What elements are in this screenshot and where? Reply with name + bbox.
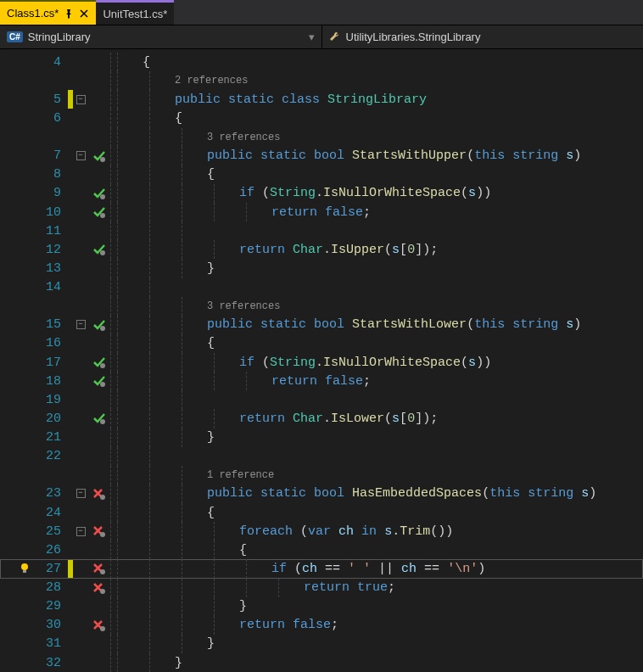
line-number: 6 — [32, 111, 68, 126]
code-content[interactable]: { — [207, 165, 215, 184]
code-line[interactable]: 32} — [0, 653, 643, 672]
code-line[interactable]: 17if (String.IsNullOrWhiteSpace(s)) — [0, 353, 643, 372]
code-line[interactable]: 11 — [0, 221, 643, 240]
code-content[interactable]: } — [207, 635, 215, 653]
code-content[interactable]: return false; — [271, 372, 371, 390]
code-line[interactable]: 13} — [0, 259, 643, 277]
code-line[interactable]: 20return Char.IsLower(s[0]); — [0, 409, 643, 428]
code-content[interactable]: public static bool HasEmbeddedSpaces(thi… — [207, 484, 596, 503]
code-line[interactable]: 25−foreach (var ch in s.Trim()) — [0, 522, 643, 540]
class-icon — [329, 31, 341, 43]
code-content[interactable]: { — [207, 334, 215, 353]
chevron-down-icon[interactable]: ▾ — [309, 31, 315, 43]
code-content[interactable]: public static class StringLibrary — [175, 90, 427, 109]
code-editor[interactable]: 4{2 references5−public static class Stri… — [0, 49, 643, 672]
tab-class1[interactable]: Class1.cs* — [0, 0, 96, 25]
code-line[interactable]: 21} — [0, 428, 643, 447]
code-content[interactable]: return Char.IsLower(s[0]); — [239, 409, 438, 428]
nav-scope-left[interactable]: C# StringLibrary ▾ — [0, 25, 322, 48]
code-line[interactable]: 27if (ch == ' ' || ch == '\n') — [0, 559, 643, 578]
code-line[interactable]: 31} — [0, 635, 643, 653]
code-content[interactable]: { — [175, 109, 182, 127]
tab-bar: Class1.cs* UnitTest1.cs* — [0, 0, 643, 25]
code-line[interactable]: 3 references — [0, 128, 643, 147]
code-line[interactable]: 8{ — [0, 165, 643, 184]
code-line[interactable]: 24{ — [0, 503, 643, 522]
code-line[interactable]: 1 reference — [0, 466, 643, 484]
svg-point-9 — [100, 532, 105, 537]
svg-point-0 — [100, 157, 105, 162]
codelens-references[interactable]: 1 reference — [207, 469, 274, 481]
code-line[interactable]: 9if (String.IsNullOrWhiteSpace(s)) — [0, 184, 643, 203]
close-icon[interactable] — [79, 8, 89, 19]
fold-toggle[interactable]: − — [76, 489, 86, 498]
code-content[interactable]: return false; — [239, 616, 338, 635]
code-content[interactable]: } — [239, 597, 247, 616]
codelens-references[interactable]: 3 references — [207, 132, 280, 143]
line-number: 16 — [32, 336, 68, 350]
code-line[interactable]: 18return false; — [0, 372, 643, 390]
code-line[interactable]: 30return false; — [0, 616, 643, 635]
code-line[interactable]: 2 references — [0, 71, 643, 90]
code-line[interactable]: 6{ — [0, 109, 643, 127]
codelens-references[interactable]: 2 references — [175, 75, 248, 87]
code-line[interactable]: 19 — [0, 390, 643, 409]
code-content[interactable]: 3 references — [207, 297, 280, 316]
line-number: 10 — [32, 205, 68, 220]
code-line[interactable]: 10return false; — [0, 203, 643, 221]
fold-toggle[interactable]: − — [76, 527, 86, 536]
code-content[interactable]: { — [143, 53, 150, 71]
code-line[interactable]: 12return Char.IsUpper(s[0]); — [0, 240, 643, 259]
fold-toggle[interactable]: − — [76, 320, 86, 329]
code-content[interactable]: return true; — [304, 579, 395, 597]
nav-scope-right[interactable]: UtilityLibraries.StringLibrary — [322, 25, 644, 48]
code-content[interactable]: 2 references — [175, 71, 248, 90]
svg-point-7 — [100, 419, 105, 424]
line-number: 9 — [32, 186, 68, 200]
code-line[interactable]: 26{ — [0, 540, 643, 559]
code-line[interactable]: 28return true; — [0, 579, 643, 597]
code-content[interactable]: } — [207, 428, 215, 447]
code-content[interactable]: { — [207, 503, 215, 522]
svg-point-8 — [100, 495, 105, 500]
code-line[interactable]: 15−public static bool StartsWithLower(th… — [0, 316, 643, 334]
codelens-references[interactable]: 3 references — [207, 300, 280, 312]
test-fail-icon — [92, 488, 106, 500]
code-content[interactable]: 3 references — [207, 128, 280, 147]
code-content[interactable]: if (ch == ' ' || ch == '\n') — [271, 559, 485, 578]
code-line[interactable]: 7−public static bool StartsWithUpper(thi… — [0, 147, 643, 165]
svg-point-1 — [100, 194, 105, 199]
code-content[interactable]: { — [239, 540, 247, 559]
code-line[interactable]: 3 references — [0, 297, 643, 316]
code-line[interactable]: 23−public static bool HasEmbeddedSpaces(… — [0, 484, 643, 503]
code-content[interactable]: if (String.IsNullOrWhiteSpace(s)) — [239, 353, 491, 372]
fold-toggle[interactable]: − — [76, 151, 86, 160]
code-content[interactable]: if (String.IsNullOrWhiteSpace(s)) — [239, 184, 491, 203]
line-number: 25 — [32, 524, 68, 539]
code-line[interactable]: 29} — [0, 597, 643, 616]
code-content[interactable]: public static bool StartsWithUpper(this … — [207, 147, 581, 165]
code-line[interactable]: 14 — [0, 278, 643, 297]
code-content[interactable]: } — [207, 259, 215, 277]
code-content[interactable]: return Char.IsUpper(s[0]); — [239, 240, 438, 259]
test-fail-icon — [92, 619, 106, 631]
code-content[interactable]: foreach (var ch in s.Trim()) — [239, 522, 453, 540]
code-line[interactable]: 5−public static class StringLibrary — [0, 90, 643, 109]
nav-left-label: StringLibrary — [28, 31, 91, 43]
code-content[interactable]: 1 reference — [207, 466, 274, 484]
test-pass-icon — [92, 319, 106, 331]
code-line[interactable]: 22 — [0, 447, 643, 466]
code-content[interactable]: } — [175, 653, 182, 672]
line-number: 7 — [32, 148, 68, 163]
code-content[interactable]: return false; — [271, 203, 371, 221]
lightbulb-icon[interactable] — [19, 563, 31, 574]
code-line[interactable]: 16{ — [0, 334, 643, 353]
code-content[interactable]: public static bool StartsWithLower(this … — [207, 316, 581, 334]
pin-icon[interactable] — [64, 8, 74, 19]
tab-label: UnitTest1.cs* — [103, 8, 167, 20]
svg-point-13 — [100, 589, 105, 594]
fold-toggle[interactable]: − — [76, 95, 86, 104]
tab-unittest1[interactable]: UnitTest1.cs* — [96, 0, 174, 25]
svg-point-14 — [100, 626, 105, 631]
code-line[interactable]: 4{ — [0, 53, 643, 71]
